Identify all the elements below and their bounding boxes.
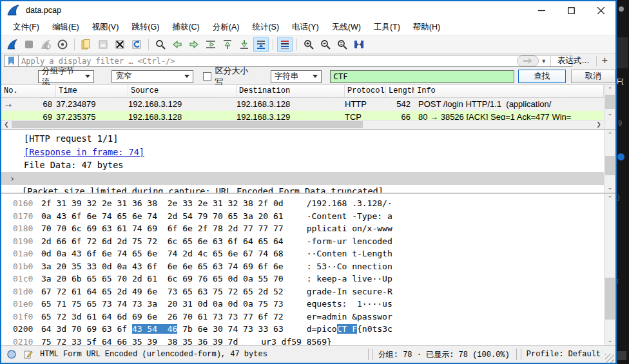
colorize-packets-toggle-icon[interactable] (277, 37, 293, 52)
menu-item-4[interactable]: 捕获(C) (166, 20, 206, 35)
stop-capture-icon[interactable] (21, 37, 37, 52)
menu-item-1[interactable]: 编辑(E) (46, 20, 86, 35)
save-file-icon[interactable] (95, 37, 111, 52)
filter-bookmark-icon[interactable] (4, 55, 19, 67)
close-capture-icon[interactable] (112, 37, 128, 52)
hex-row-0210[interactable]: 021075 72 33 5f 64 66 35 39 38 35 36 39 … (1, 336, 604, 346)
filter-history-dropdown[interactable]: ▼ (539, 55, 549, 66)
maximize-button[interactable] (556, 1, 586, 19)
restart-capture-icon[interactable] (38, 37, 53, 52)
hex-row-01d0[interactable]: 01d067 72 61 64 65 2d 49 6e 73 65 63 75 … (1, 285, 604, 298)
column-header-destination[interactable]: Destination (237, 85, 345, 97)
hex-row-01a0[interactable]: 01a00d 0a 43 6f 6e 74 65 6e 74 2d 4c 65 … (1, 247, 604, 260)
scroll-down-arrow-icon[interactable]: ⌄ (605, 183, 615, 193)
packet-list-horizontal-scrollbar[interactable]: ❮ ❯ (1, 120, 604, 129)
zoom-in-icon[interactable] (301, 37, 316, 52)
window-resize-grip[interactable] (605, 354, 614, 363)
menu-item-5[interactable]: 分析(A) (206, 20, 246, 35)
apply-filter-button[interactable] (517, 55, 539, 66)
hex-ascii: -form-ur lencoded (307, 235, 392, 248)
cancel-button[interactable]: 取消 (571, 70, 615, 83)
detail-line-http-request[interactable]: [HTTP request 1/1] (1, 132, 604, 146)
detail-vertical-scrollbar[interactable]: ⌃ ⌄ (604, 130, 615, 193)
scrollbar-thumb[interactable] (605, 95, 615, 109)
packet-detail-pane: [HTTP request 1/1] [Response in frame: 7… (1, 130, 615, 194)
hex-bytes: 65 72 3d 61 64 6d 69 6e 26 70 61 73 73 7… (41, 311, 284, 323)
column-header-source[interactable]: Source (128, 85, 237, 97)
menu-item-2[interactable]: 视图(V) (86, 20, 126, 35)
zoom-reset-icon[interactable] (334, 37, 350, 52)
find-packet-magnifier-icon[interactable] (153, 37, 168, 52)
open-file-folder-icon[interactable] (79, 37, 94, 52)
find-button[interactable]: 查找 (518, 70, 565, 83)
column-header-time[interactable]: Time (56, 85, 128, 97)
resize-columns-icon[interactable] (351, 37, 367, 52)
go-last-packet-icon[interactable] (237, 37, 252, 52)
scrollbar-thumb[interactable] (12, 121, 363, 128)
hex-vertical-scrollbar[interactable]: ⌃ ⌄ (604, 194, 615, 345)
scrollbar-thumb[interactable] (605, 156, 615, 175)
display-filter-input[interactable]: Apply a display filter … <Ctrl-/> (19, 55, 572, 67)
hex-row-0170[interactable]: 01700a 43 6f 6e 74 65 6e 74 2d 54 79 70 … (1, 210, 604, 223)
search-term-input[interactable]: CTF (330, 70, 514, 83)
packet-row-69[interactable]: 69 37.235375 192.168.3.128 192.168.3.129… (1, 111, 604, 120)
packet-row-68[interactable]: ⇢ 68 37.234879 192.168.3.129 192.168.3.1… (1, 98, 604, 111)
search-type-select[interactable]: 字符串 (271, 70, 322, 83)
hex-row-01f0[interactable]: 01f065 72 3d 61 64 6d 69 6e 26 70 61 73 … (1, 311, 604, 323)
hex-row-01b0[interactable]: 01b03a 20 35 33 0d 0a 43 6f 6e 6e 65 63 … (1, 260, 604, 273)
detail-line-urlencoded-selected[interactable]: › HTML Form URL Encoded: application/x-w… (1, 172, 604, 186)
go-first-packet-icon[interactable] (220, 37, 235, 52)
scroll-right-arrow-icon[interactable]: ❯ (594, 120, 604, 129)
menu-item-9[interactable]: 工具(T) (367, 20, 407, 35)
column-header-no[interactable]: No. (1, 85, 56, 97)
toolbar-separator (148, 39, 149, 50)
hex-bytes: 67 72 61 64 65 2d 49 6e 73 65 63 75 72 6… (41, 285, 284, 298)
search-scope-select[interactable]: 分组字节流 (38, 70, 94, 83)
start-capture-icon[interactable] (5, 37, 20, 52)
char-width-select[interactable]: 宽窄 (111, 70, 193, 83)
capture-comment-pencil-icon[interactable] (22, 349, 35, 360)
menu-item-6[interactable]: 统计(S) (246, 20, 285, 35)
detail-line-file-data[interactable]: File Data: 47 bytes (1, 158, 604, 172)
reload-file-icon[interactable] (129, 37, 144, 52)
scrollbar-thumb[interactable] (605, 278, 615, 320)
menu-item-10[interactable]: 帮助(H) (407, 20, 447, 35)
column-header-length[interactable]: Length (386, 85, 414, 97)
checkbox-box[interactable] (203, 72, 211, 81)
detail-line-truncated[interactable]: [Packet size limited during capture: URL… (1, 185, 604, 193)
hex-row-0160[interactable]: 01602f 31 39 32 2e 31 36 38 2e 33 2e 31 … (1, 197, 604, 210)
column-header-info[interactable]: Info (414, 85, 604, 97)
scroll-down-arrow-icon[interactable]: ⌄ (605, 336, 615, 345)
scroll-up-arrow-icon[interactable]: ⌃ (605, 85, 615, 95)
expand-chevron-icon[interactable]: › (10, 172, 15, 186)
menu-item-0[interactable]: 文件(F) (6, 20, 46, 35)
hex-row-0200[interactable]: 020064 3d 70 69 63 6f 43 54 46 7b 6e 30 … (1, 323, 604, 336)
go-back-arrow-icon[interactable] (169, 37, 185, 52)
scroll-up-arrow-icon[interactable]: ⌃ (605, 194, 615, 204)
scroll-down-arrow-icon[interactable]: ⌄ (605, 109, 615, 119)
scroll-up-arrow-icon[interactable]: ⌃ (605, 130, 615, 140)
menu-item-8[interactable]: 无线(W) (325, 20, 367, 35)
capture-options-gear-icon[interactable] (55, 37, 70, 52)
hex-row-0180[interactable]: 018070 70 6c 69 63 61 74 69 6f 6e 2f 78 … (1, 222, 604, 235)
hex-row-0190[interactable]: 01902d 66 6f 72 6d 2d 75 72 6c 65 6e 63 … (1, 235, 604, 248)
packet-list-vertical-scrollbar[interactable]: ⌃ ⌄ (604, 85, 615, 129)
go-to-packet-icon[interactable] (203, 37, 218, 52)
hex-bytes: 3a 20 6b 65 65 70 2d 61 6c 69 76 65 0d 0… (41, 273, 284, 285)
status-profile[interactable]: Profile: Default (522, 350, 605, 359)
expert-info-circle-icon[interactable] (5, 349, 18, 360)
hex-row-01e0[interactable]: 01e065 71 75 65 73 74 73 3a 20 31 0d 0a … (1, 298, 604, 311)
go-forward-arrow-icon[interactable] (186, 37, 202, 52)
expression-button[interactable]: 表达式… (552, 55, 595, 66)
add-filter-button[interactable]: + (598, 55, 613, 68)
column-header-protocol[interactable]: Protocol (345, 85, 386, 97)
zoom-out-icon[interactable] (318, 37, 333, 52)
menu-item-7[interactable]: 电话(Y) (285, 20, 325, 35)
hex-row-01c0[interactable]: 01c03a 20 6b 65 65 70 2d 61 6c 69 76 65 … (1, 273, 604, 285)
auto-scroll-toggle-icon[interactable] (253, 37, 269, 52)
close-button[interactable] (586, 1, 615, 19)
detail-line-response-frame-link[interactable]: [Response in frame: 74] (1, 146, 604, 159)
minimize-button[interactable] (527, 1, 556, 19)
scroll-left-arrow-icon[interactable]: ❮ (1, 120, 12, 129)
menu-item-3[interactable]: 跳转(G) (125, 20, 166, 35)
